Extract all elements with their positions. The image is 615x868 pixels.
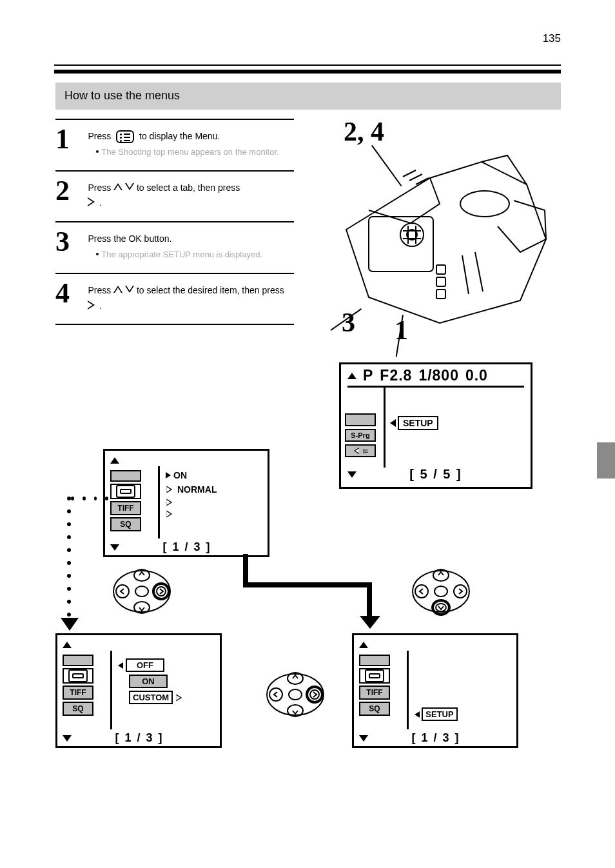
- step-number: 3: [55, 228, 85, 256]
- off-chip: OFF: [126, 658, 164, 672]
- page-indicator: [ 1 / 3 ]: [72, 731, 207, 745]
- arrow-right-icon: [177, 695, 184, 701]
- step-2: 2 Press to select a tab, then press .: [55, 170, 294, 222]
- svg-rect-5: [436, 277, 445, 286]
- custom-chip: CUSTOM: [129, 691, 173, 704]
- step-1-text-b: to display the Menu.: [139, 131, 220, 141]
- arrow-down-icon: [359, 735, 368, 742]
- arrow-down-icon: [63, 735, 72, 742]
- shutter: 1/800: [418, 367, 459, 384]
- step-4-text-b: to select the desired item, then press: [137, 285, 284, 295]
- flow-line: [367, 582, 372, 620]
- thumb-tab: [597, 442, 615, 478]
- step-2-text-a: Press: [88, 182, 113, 193]
- svg-point-26: [310, 690, 319, 699]
- page-indicator: [ 5 / 5 ]: [409, 467, 462, 482]
- arrow-up-icon: [110, 457, 119, 464]
- flow-dotted: [71, 497, 108, 503]
- step-number: 1: [55, 125, 85, 153]
- step-number: 2: [55, 177, 85, 205]
- menu-item-sq: SQ: [63, 702, 93, 716]
- lcd-menu-panel-b: TIFF SQ ON NORMAL [ 1 / 3 ]: [103, 449, 269, 557]
- menu-item-sq: SQ: [110, 517, 141, 531]
- callout-3: 3: [342, 307, 355, 338]
- step-3-text: Press the OK button.: [88, 233, 171, 244]
- lcd-menu-panel-c: TIFF SQ OFF ON CUSTOM [ 1 / 3 ]: [55, 633, 222, 748]
- flow-dotted: [67, 497, 73, 623]
- on-chip: ON: [129, 675, 168, 688]
- step-3-note: The appropriate SETUP menu is displayed.: [101, 250, 262, 259]
- section-title: How to use the menus: [55, 83, 561, 110]
- flow-line: [243, 582, 372, 587]
- arrow-right-icon: [166, 499, 173, 506]
- flow-arrowhead: [360, 616, 380, 631]
- arrow-up-icon: [359, 642, 368, 648]
- page-number: 135: [543, 32, 561, 45]
- arrow-down-icon: [110, 544, 119, 551]
- camera-illustration: [333, 139, 556, 330]
- menu-item-rec: [63, 668, 93, 684]
- arrow-right-icon: [88, 198, 97, 206]
- menu-item-blank: [63, 655, 93, 666]
- flow-arrowhead: [61, 618, 79, 633]
- step-1: 1 Press to display the Menu. • The Shoot…: [55, 119, 294, 170]
- dpad-icon: [111, 566, 173, 616]
- arrow-right-icon: [166, 511, 173, 517]
- menu-tab-sprg: S-Prg: [345, 429, 376, 442]
- on-label: ON: [173, 470, 187, 480]
- arrow-left-icon: [415, 711, 420, 718]
- arrow-down-icon: [125, 183, 134, 191]
- page-indicator: [ 1 / 3 ]: [368, 731, 503, 745]
- svg-point-24: [269, 688, 282, 701]
- header-rule-thick: [54, 70, 561, 74]
- step-4-text-a: Press: [88, 285, 113, 295]
- svg-point-18: [415, 585, 428, 598]
- svg-rect-6: [436, 290, 445, 299]
- dpad-icon: [264, 669, 326, 720]
- step-1-note: The Shooting top menu appears on the mon…: [101, 147, 278, 157]
- step-2-text-b: to select a tab, then press: [137, 182, 240, 193]
- arrow-right-icon: [166, 486, 173, 493]
- svg-point-19: [454, 585, 467, 598]
- aperture: F2.8: [380, 367, 412, 384]
- setup-chip: SETUP: [422, 707, 458, 721]
- lcd-menu-panel-d: TIFF SQ SETUP [ 1 / 3 ]: [352, 633, 518, 748]
- arrow-right-icon: [166, 472, 171, 478]
- dpad-icon: [410, 566, 472, 616]
- svg-point-11: [153, 584, 169, 599]
- mode-p: P: [363, 367, 373, 384]
- svg-point-20: [434, 586, 447, 597]
- arrow-up-icon: [347, 373, 356, 379]
- step-3: 3 Press the OK button. • The appropriate…: [55, 221, 294, 273]
- svg-point-27: [289, 689, 302, 700]
- arrow-left-icon: [118, 662, 123, 669]
- menu-item-rec: [110, 484, 141, 499]
- arrow-down-icon: [347, 471, 356, 478]
- menu-item-blank: [359, 655, 390, 666]
- menu-tab-blank: [345, 413, 376, 426]
- header-rule-thin: [54, 64, 561, 66]
- svg-point-7: [113, 571, 170, 612]
- svg-point-21: [267, 674, 324, 715]
- setup-chip: SETUP: [398, 416, 438, 430]
- arrow-up-icon: [113, 183, 122, 191]
- svg-point-10: [116, 585, 129, 598]
- arrow-down-icon: [125, 286, 134, 293]
- arrow-left-icon: [390, 419, 396, 427]
- normal-label: NORMAL: [177, 484, 217, 495]
- step-4-text-c: .: [99, 301, 102, 311]
- menu-item-rec: [359, 668, 390, 684]
- menu-item-tiff: TIFF: [63, 686, 93, 700]
- arrow-up-icon: [63, 642, 72, 648]
- arrow-right-icon: [88, 301, 97, 309]
- menu-tab-adjust: ⁞≡: [345, 444, 376, 457]
- menu-item-tiff: TIFF: [359, 686, 390, 700]
- menu-item-sq: SQ: [359, 702, 390, 716]
- steps-list: 1 Press to display the Menu. • The Shoot…: [55, 119, 294, 325]
- menu-item-blank: [110, 470, 141, 482]
- menu-item-tiff: TIFF: [110, 501, 141, 515]
- svg-point-14: [413, 571, 469, 612]
- svg-rect-0: [369, 217, 433, 271]
- step-4: 4 Press to select the desired item, then…: [55, 273, 294, 326]
- menu-button-icon: [116, 130, 134, 143]
